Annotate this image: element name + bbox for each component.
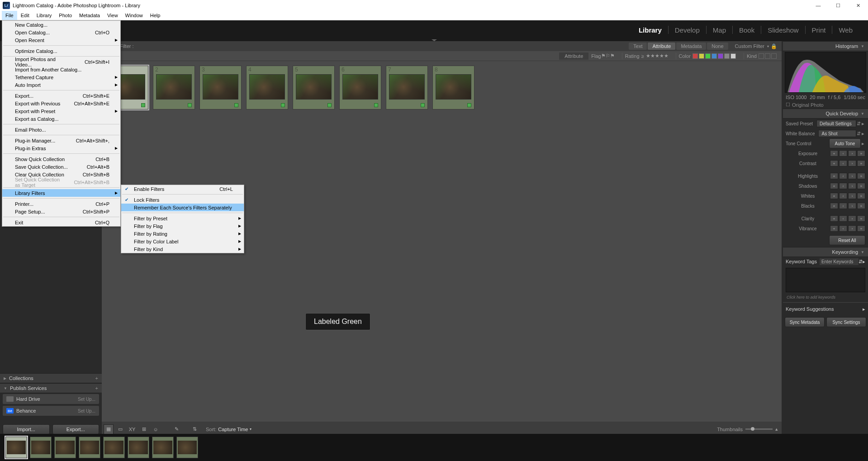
dec-button[interactable]: ‹ bbox=[839, 203, 847, 209]
menu-item[interactable]: Optimize Catalog... bbox=[2, 47, 120, 55]
publish-header[interactable]: ▼ Publish Services + bbox=[0, 383, 102, 393]
custom-filter-dropdown[interactable]: Custom Filter bbox=[735, 43, 764, 49]
import-button[interactable]: Import... bbox=[3, 424, 50, 434]
filter-attribute[interactable]: Attribute bbox=[648, 43, 675, 50]
menu-item[interactable]: Auto Import ▶ bbox=[2, 81, 120, 89]
dec-large-button[interactable]: « bbox=[830, 150, 838, 157]
dec-large-button[interactable]: « bbox=[830, 160, 838, 166]
star-icon[interactable]: ★ bbox=[646, 53, 650, 59]
menu-item[interactable]: Export as Catalog... bbox=[2, 115, 120, 123]
thumbnail-cell[interactable]: 3 bbox=[199, 66, 242, 109]
sync-settings-button[interactable]: Sync Settings bbox=[826, 317, 866, 327]
thumbnail-cell[interactable]: 2 bbox=[153, 66, 195, 109]
autotone-button[interactable]: Auto Tone bbox=[829, 138, 861, 148]
dec-large-button[interactable]: « bbox=[830, 215, 838, 222]
painter-button[interactable]: ✎ bbox=[171, 424, 181, 434]
star-icon[interactable]: ★ bbox=[650, 53, 655, 59]
dec-button[interactable]: ‹ bbox=[839, 150, 847, 157]
dec-button[interactable]: ‹ bbox=[839, 160, 847, 166]
inc-large-button[interactable]: » bbox=[857, 173, 865, 179]
quickdevelop-header[interactable]: Quick Develop▼ bbox=[783, 109, 868, 119]
menu-item[interactable]: Set Quick Collection as Target Ctrl+Alt+… bbox=[2, 178, 120, 186]
filmstrip-cell[interactable] bbox=[103, 437, 125, 458]
module-web[interactable]: Web bbox=[832, 26, 859, 34]
filmstrip-cell[interactable] bbox=[54, 437, 76, 458]
menu-item[interactable]: Page Setup... Ctrl+Shift+P bbox=[2, 208, 120, 215]
setup-link[interactable]: Set Up... bbox=[78, 397, 95, 402]
color-yellow[interactable] bbox=[699, 53, 704, 59]
menu-item[interactable]: Filter by Flag ▶ bbox=[121, 222, 244, 230]
dec-large-button[interactable]: « bbox=[830, 193, 838, 199]
filter-none[interactable]: None bbox=[707, 43, 728, 50]
add-icon[interactable]: + bbox=[95, 375, 98, 381]
star-icon[interactable]: ★ bbox=[659, 53, 664, 59]
inc-button[interactable]: › bbox=[848, 225, 856, 232]
menu-item[interactable]: Exit Ctrl+Q bbox=[2, 219, 120, 226]
menu-view[interactable]: View bbox=[104, 11, 122, 20]
inc-large-button[interactable]: » bbox=[857, 203, 865, 209]
inc-large-button[interactable]: » bbox=[857, 160, 865, 166]
color-purple[interactable] bbox=[718, 53, 723, 59]
menu-item[interactable]: ✔ Lock Filters bbox=[121, 196, 244, 204]
flag-pick-icon[interactable]: ⚑ bbox=[601, 53, 606, 59]
original-photo-toggle[interactable]: ☐Original Photo bbox=[783, 101, 868, 109]
color-none[interactable] bbox=[724, 53, 730, 59]
inc-large-button[interactable]: » bbox=[857, 215, 865, 222]
thumbnail-cell[interactable]: 4 bbox=[246, 66, 288, 109]
sort-dir-button[interactable]: ⇅ bbox=[190, 424, 199, 434]
menu-item[interactable]: Filter by Rating ▶ bbox=[121, 230, 244, 238]
keyword-tags-dropdown[interactable]: Enter Keywords bbox=[820, 258, 859, 265]
star-icon[interactable]: ★ bbox=[655, 53, 659, 59]
menu-file[interactable]: File bbox=[2, 11, 17, 20]
inc-button[interactable]: › bbox=[848, 183, 856, 189]
reset-all-button[interactable]: Reset All bbox=[829, 235, 865, 245]
inc-button[interactable]: › bbox=[848, 215, 856, 222]
color-green[interactable] bbox=[705, 53, 711, 59]
toolbar-expand-icon[interactable]: ▴ bbox=[775, 426, 778, 432]
menu-item[interactable]: Printer... Ctrl+P bbox=[2, 200, 120, 208]
menu-item[interactable]: Library Filters ▶ bbox=[2, 189, 120, 197]
inc-large-button[interactable]: » bbox=[857, 183, 865, 189]
dec-large-button[interactable]: « bbox=[830, 183, 838, 189]
menu-item[interactable]: Export with Previous Ctrl+Alt+Shift+E bbox=[2, 100, 120, 107]
menu-window[interactable]: Window bbox=[122, 11, 147, 20]
inc-button[interactable]: › bbox=[848, 203, 856, 209]
menu-metadata[interactable]: Metadata bbox=[76, 11, 104, 20]
dec-large-button[interactable]: « bbox=[830, 203, 838, 209]
menu-item[interactable]: Import Photos and Video... Ctrl+Shift+I bbox=[2, 58, 120, 66]
filmstrip-cell[interactable] bbox=[5, 437, 27, 458]
menu-item[interactable]: Tethered Capture ▶ bbox=[2, 73, 120, 81]
kind-video[interactable] bbox=[771, 53, 777, 59]
flag-unflag-icon[interactable]: ⚐ bbox=[606, 53, 610, 59]
kind-master[interactable] bbox=[759, 53, 764, 59]
dec-large-button[interactable]: « bbox=[830, 225, 838, 232]
inc-button[interactable]: › bbox=[848, 193, 856, 199]
keyword-box[interactable] bbox=[786, 268, 865, 292]
close-button[interactable]: ✕ bbox=[848, 0, 868, 11]
whitebalance-dropdown[interactable]: As Shot bbox=[818, 130, 856, 137]
grid-mode-button[interactable]: ▦ bbox=[104, 424, 114, 434]
maximize-button[interactable]: ☐ bbox=[828, 0, 848, 11]
filmstrip-cell[interactable] bbox=[79, 437, 100, 458]
menu-item[interactable]: Save Quick Collection... Ctrl+Alt+B bbox=[2, 163, 120, 171]
menu-item[interactable]: Filter by Kind ▶ bbox=[121, 245, 244, 253]
collections-header[interactable]: ▶ Collections + bbox=[0, 373, 102, 383]
menu-item[interactable]: Show Quick Collection Ctrl+B bbox=[2, 155, 120, 163]
thumbnail-cell[interactable]: 5 bbox=[293, 66, 335, 109]
keyword-hint[interactable]: Click here to add keywords bbox=[783, 294, 868, 300]
menu-item[interactable]: Export... Ctrl+Shift+E bbox=[2, 92, 120, 100]
kind-virtual[interactable] bbox=[765, 53, 770, 59]
module-develop[interactable]: Develop bbox=[669, 26, 706, 34]
inc-large-button[interactable]: » bbox=[857, 225, 865, 232]
export-button[interactable]: Export... bbox=[52, 424, 100, 434]
keywording-header[interactable]: Keywording▼ bbox=[783, 247, 868, 257]
saved-preset-dropdown[interactable]: Default Settings bbox=[816, 120, 856, 127]
menu-item[interactable]: Plug-in Manager... Ctrl+Alt+Shift+, bbox=[2, 137, 120, 144]
thumbnail-cell[interactable]: 6 bbox=[339, 66, 381, 109]
dec-button[interactable]: ‹ bbox=[839, 215, 847, 222]
filmstrip[interactable] bbox=[0, 434, 868, 461]
compare-mode-button[interactable]: XY bbox=[127, 424, 137, 434]
color-red[interactable] bbox=[693, 53, 698, 59]
filmstrip-cell[interactable] bbox=[128, 437, 149, 458]
menu-item[interactable]: Plug-in Extras ▶ bbox=[2, 144, 120, 152]
